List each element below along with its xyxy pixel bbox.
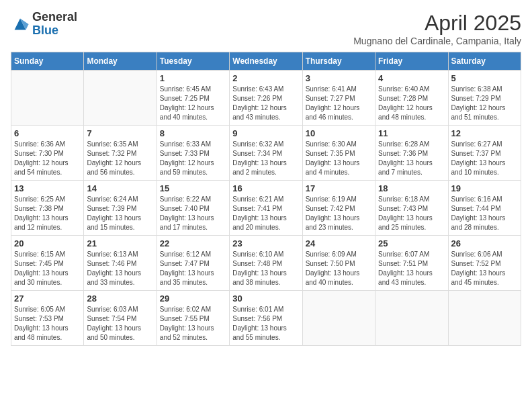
calendar-cell: 5Sunrise: 6:38 AM Sunset: 7:29 PM Daylig…: [448, 71, 521, 126]
day-info: Sunrise: 6:28 AM Sunset: 7:36 PM Dayligh…: [378, 140, 445, 177]
day-number: 27: [14, 293, 81, 304]
calendar-cell: 27Sunrise: 6:05 AM Sunset: 7:53 PM Dayli…: [11, 291, 84, 346]
day-number: 14: [87, 183, 153, 193]
header-monday: Monday: [84, 52, 157, 71]
day-info: Sunrise: 6:22 AM Sunset: 7:40 PM Dayligh…: [160, 195, 226, 232]
day-number: 20: [14, 238, 81, 248]
calendar-cell: 1Sunrise: 6:45 AM Sunset: 7:25 PM Daylig…: [157, 71, 229, 126]
calendar-week-row: 6Sunrise: 6:36 AM Sunset: 7:30 PM Daylig…: [11, 126, 521, 181]
day-number: 16: [232, 183, 299, 193]
day-number: 25: [378, 238, 445, 248]
header-tuesday: Tuesday: [157, 52, 229, 71]
title-section: April 2025 Mugnano del Cardinale, Campan…: [353, 11, 521, 46]
day-number: 3: [306, 73, 372, 83]
day-info: Sunrise: 6:18 AM Sunset: 7:43 PM Dayligh…: [378, 195, 445, 232]
day-number: 28: [87, 293, 153, 304]
header-sunday: Sunday: [11, 52, 84, 71]
day-info: Sunrise: 6:15 AM Sunset: 7:45 PM Dayligh…: [14, 250, 81, 287]
day-info: Sunrise: 6:40 AM Sunset: 7:28 PM Dayligh…: [378, 85, 445, 122]
day-number: 10: [306, 128, 372, 138]
header-wednesday: Wednesday: [230, 52, 302, 71]
logo-general-text: General: [32, 11, 77, 24]
day-number: 19: [451, 183, 518, 193]
calendar-week-row: 1Sunrise: 6:45 AM Sunset: 7:25 PM Daylig…: [11, 71, 521, 126]
day-number: 11: [378, 128, 445, 138]
day-number: 23: [232, 238, 299, 248]
day-info: Sunrise: 6:30 AM Sunset: 7:35 PM Dayligh…: [306, 140, 372, 177]
header-thursday: Thursday: [302, 52, 375, 71]
calendar-cell: 13Sunrise: 6:25 AM Sunset: 7:38 PM Dayli…: [11, 181, 84, 236]
day-info: Sunrise: 6:21 AM Sunset: 7:41 PM Dayligh…: [232, 195, 299, 232]
calendar-cell: 11Sunrise: 6:28 AM Sunset: 7:36 PM Dayli…: [375, 126, 448, 181]
calendar-cell: 28Sunrise: 6:03 AM Sunset: 7:54 PM Dayli…: [84, 291, 157, 346]
calendar-cell: 8Sunrise: 6:33 AM Sunset: 7:33 PM Daylig…: [157, 126, 229, 181]
calendar-cell: 9Sunrise: 6:32 AM Sunset: 7:34 PM Daylig…: [230, 126, 302, 181]
calendar-cell: [302, 291, 375, 346]
day-info: Sunrise: 6:27 AM Sunset: 7:37 PM Dayligh…: [451, 140, 518, 177]
day-number: 26: [451, 238, 518, 248]
day-info: Sunrise: 6:41 AM Sunset: 7:27 PM Dayligh…: [306, 85, 372, 122]
calendar-cell: 4Sunrise: 6:40 AM Sunset: 7:28 PM Daylig…: [375, 71, 448, 126]
day-info: Sunrise: 6:05 AM Sunset: 7:53 PM Dayligh…: [14, 305, 81, 342]
logo-blue-text: Blue: [32, 24, 77, 38]
day-info: Sunrise: 6:45 AM Sunset: 7:25 PM Dayligh…: [160, 85, 226, 122]
day-number: 12: [451, 128, 518, 138]
header-saturday: Saturday: [448, 52, 521, 71]
calendar-cell: 14Sunrise: 6:24 AM Sunset: 7:39 PM Dayli…: [84, 181, 157, 236]
calendar-week-row: 20Sunrise: 6:15 AM Sunset: 7:45 PM Dayli…: [11, 236, 521, 291]
calendar-cell: 29Sunrise: 6:02 AM Sunset: 7:55 PM Dayli…: [157, 291, 229, 346]
day-info: Sunrise: 6:02 AM Sunset: 7:55 PM Dayligh…: [160, 305, 226, 342]
day-info: Sunrise: 6:19 AM Sunset: 7:42 PM Dayligh…: [306, 195, 372, 232]
calendar-header-row: Sunday Monday Tuesday Wednesday Thursday…: [11, 52, 521, 71]
calendar-cell: 20Sunrise: 6:15 AM Sunset: 7:45 PM Dayli…: [11, 236, 84, 291]
calendar-cell: 10Sunrise: 6:30 AM Sunset: 7:35 PM Dayli…: [302, 126, 375, 181]
calendar-table: Sunday Monday Tuesday Wednesday Thursday…: [11, 52, 521, 346]
day-number: 22: [160, 238, 226, 248]
calendar-week-row: 13Sunrise: 6:25 AM Sunset: 7:38 PM Dayli…: [11, 181, 521, 236]
day-number: 21: [87, 238, 153, 248]
calendar-cell: [448, 291, 521, 346]
page-header: General Blue April 2025 Mugnano del Card…: [11, 11, 521, 46]
day-info: Sunrise: 6:09 AM Sunset: 7:50 PM Dayligh…: [306, 250, 372, 287]
day-info: Sunrise: 6:16 AM Sunset: 7:44 PM Dayligh…: [451, 195, 518, 232]
day-number: 9: [232, 128, 299, 138]
calendar-cell: 17Sunrise: 6:19 AM Sunset: 7:42 PM Dayli…: [302, 181, 375, 236]
calendar-cell: 12Sunrise: 6:27 AM Sunset: 7:37 PM Dayli…: [448, 126, 521, 181]
calendar-cell: 30Sunrise: 6:01 AM Sunset: 7:56 PM Dayli…: [230, 291, 302, 346]
calendar-cell: 24Sunrise: 6:09 AM Sunset: 7:50 PM Dayli…: [302, 236, 375, 291]
day-number: 18: [378, 183, 445, 193]
calendar-cell: 2Sunrise: 6:43 AM Sunset: 7:26 PM Daylig…: [230, 71, 302, 126]
calendar-cell: 26Sunrise: 6:06 AM Sunset: 7:52 PM Dayli…: [448, 236, 521, 291]
logo: General Blue: [11, 11, 77, 38]
day-number: 1: [160, 73, 226, 83]
calendar-cell: 19Sunrise: 6:16 AM Sunset: 7:44 PM Dayli…: [448, 181, 521, 236]
day-number: 5: [451, 73, 518, 83]
day-info: Sunrise: 6:10 AM Sunset: 7:48 PM Dayligh…: [232, 250, 299, 287]
calendar-cell: 6Sunrise: 6:36 AM Sunset: 7:30 PM Daylig…: [11, 126, 84, 181]
day-number: 2: [232, 73, 299, 83]
calendar-cell: 22Sunrise: 6:12 AM Sunset: 7:47 PM Dayli…: [157, 236, 229, 291]
location-subtitle: Mugnano del Cardinale, Campania, Italy: [353, 36, 521, 46]
calendar-cell: [375, 291, 448, 346]
day-number: 4: [378, 73, 445, 83]
day-number: 13: [14, 183, 81, 193]
day-info: Sunrise: 6:03 AM Sunset: 7:54 PM Dayligh…: [87, 305, 153, 342]
calendar-cell: 25Sunrise: 6:07 AM Sunset: 7:51 PM Dayli…: [375, 236, 448, 291]
calendar-cell: 15Sunrise: 6:22 AM Sunset: 7:40 PM Dayli…: [157, 181, 229, 236]
day-info: Sunrise: 6:32 AM Sunset: 7:34 PM Dayligh…: [232, 140, 299, 177]
calendar-cell: 16Sunrise: 6:21 AM Sunset: 7:41 PM Dayli…: [230, 181, 302, 236]
day-info: Sunrise: 6:24 AM Sunset: 7:39 PM Dayligh…: [87, 195, 153, 232]
day-number: 24: [306, 238, 372, 248]
day-info: Sunrise: 6:33 AM Sunset: 7:33 PM Dayligh…: [160, 140, 226, 177]
day-info: Sunrise: 6:36 AM Sunset: 7:30 PM Dayligh…: [14, 140, 81, 177]
calendar-cell: 23Sunrise: 6:10 AM Sunset: 7:48 PM Dayli…: [230, 236, 302, 291]
day-info: Sunrise: 6:06 AM Sunset: 7:52 PM Dayligh…: [451, 250, 518, 287]
day-info: Sunrise: 6:43 AM Sunset: 7:26 PM Dayligh…: [232, 85, 299, 122]
header-friday: Friday: [375, 52, 448, 71]
calendar-cell: [11, 71, 84, 126]
day-info: Sunrise: 6:01 AM Sunset: 7:56 PM Dayligh…: [232, 305, 299, 342]
day-number: 30: [232, 293, 299, 304]
day-info: Sunrise: 6:13 AM Sunset: 7:46 PM Dayligh…: [87, 250, 153, 287]
day-number: 17: [306, 183, 372, 193]
calendar-cell: 7Sunrise: 6:35 AM Sunset: 7:32 PM Daylig…: [84, 126, 157, 181]
